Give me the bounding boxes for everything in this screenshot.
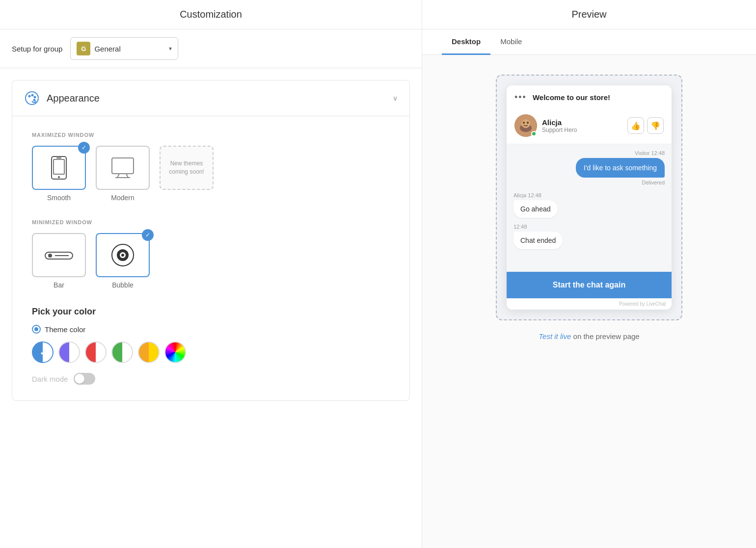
new-themes-option: New themes coming soon! <box>160 146 214 202</box>
svg-line-10 <box>117 174 119 178</box>
bubble-check-badge: ✓ <box>142 229 154 241</box>
group-selector-bar: Setup for group G General ▾ <box>0 29 422 68</box>
visitor-message-group: Visitor 12:48 I'd like to ask something <box>513 150 665 180</box>
thumbs-down-btn[interactable]: 👎 <box>647 117 664 134</box>
chevron-down-icon: ▾ <box>169 45 172 52</box>
thumbs-up-btn[interactable]: 👍 <box>627 117 644 134</box>
modern-icon <box>110 157 135 179</box>
reaction-buttons: 👍 👎 <box>627 117 664 134</box>
group-name-value: General <box>94 45 165 53</box>
svg-point-24 <box>527 122 529 124</box>
smooth-label: Smooth <box>47 194 71 202</box>
start-chat-label: Start the chat again <box>553 281 625 289</box>
theme-color-label: Theme color <box>45 325 85 334</box>
customization-title: Customization <box>180 9 242 20</box>
appearance-card: Appearance ∨ MAXIMIZED WINDOW ✓ <box>12 80 410 401</box>
new-themes-box: New themes coming soon! <box>160 146 214 190</box>
visitor-bubble: I'd like to ask something <box>576 158 665 178</box>
appearance-title: Appearance <box>47 93 100 104</box>
left-content: Appearance ∨ MAXIMIZED WINDOW ✓ <box>0 68 422 548</box>
agent-message-group: Alicja 12:48 Go ahead <box>513 192 665 218</box>
bubble-label: Bubble <box>112 281 134 289</box>
group-label: Setup for group <box>12 45 62 53</box>
svg-rect-6 <box>54 159 64 174</box>
svg-point-4 <box>33 99 36 102</box>
theme-color-radio[interactable] <box>32 325 41 334</box>
svg-rect-8 <box>56 157 61 158</box>
appearance-chevron-icon: ∨ <box>393 94 398 102</box>
preview-tabs: Desktop Mobile <box>422 29 756 55</box>
bar-theme-box[interactable] <box>32 233 86 277</box>
test-live-row: Test it live on the preview page <box>539 332 639 340</box>
svg-point-7 <box>58 176 60 178</box>
bubble-theme-box[interactable]: ✓ <box>96 233 150 277</box>
group-icon-letter: G <box>81 45 86 52</box>
smooth-theme-box[interactable]: ✓ <box>32 146 86 190</box>
modern-theme-box[interactable] <box>96 146 150 190</box>
right-panel-title: Preview <box>422 0 756 29</box>
dark-mode-row: Dark mode <box>32 373 390 385</box>
system-time: 12:48 <box>513 224 665 230</box>
svg-point-22 <box>521 119 530 128</box>
chat-messages: Visitor 12:48 I'd like to ask something … <box>507 144 672 272</box>
svg-rect-9 <box>112 158 134 174</box>
color-section: Pick your color Theme color ✓ <box>32 307 390 385</box>
smooth-theme-option[interactable]: ✓ Smooth <box>32 146 86 202</box>
online-indicator <box>531 131 537 136</box>
swatch-rainbow[interactable] <box>164 341 186 363</box>
dark-mode-label: Dark mode <box>32 375 68 383</box>
welcome-text: Welcome to our store! <box>533 93 610 102</box>
three-dots-icon: ••• <box>514 92 527 103</box>
modern-theme-option[interactable]: Modern <box>96 146 150 202</box>
new-themes-text: New themes coming soon! <box>161 159 213 176</box>
system-message-group: 12:48 Chat ended <box>513 224 665 249</box>
swatch-red[interactable] <box>85 341 107 363</box>
color-option-row: Theme color <box>32 325 390 334</box>
color-swatches: ✓ <box>32 341 390 363</box>
bubble-icon <box>111 243 135 267</box>
svg-point-0 <box>26 92 38 104</box>
dark-mode-toggle[interactable] <box>74 373 95 385</box>
appearance-header-left: Appearance <box>24 90 100 106</box>
svg-point-19 <box>121 254 124 257</box>
swatch-orange[interactable] <box>138 341 160 363</box>
agent-name: Alicja <box>542 118 622 127</box>
agent-details: Alicja Support Hero <box>542 118 622 133</box>
chat-preview-container: ••• Welcome to our store! <box>496 75 682 320</box>
bar-icon <box>44 250 74 260</box>
tab-desktop[interactable]: Desktop <box>442 29 490 55</box>
appearance-header[interactable]: Appearance ∨ <box>12 80 409 116</box>
agent-time1: Alicja 12:48 <box>513 192 665 198</box>
svg-line-11 <box>126 174 128 178</box>
svg-point-3 <box>34 96 36 99</box>
chat-header-bar: ••• Welcome to our store! <box>507 85 672 109</box>
svg-point-2 <box>31 94 34 97</box>
bubble-theme-option[interactable]: ✓ Bubble <box>96 233 150 289</box>
right-panel: Preview Desktop Mobile ••• Welcome to ou… <box>422 0 756 548</box>
toggle-knob <box>75 374 84 384</box>
group-dropdown[interactable]: G General ▾ <box>70 37 178 60</box>
maximized-label: MAXIMIZED WINDOW <box>32 132 390 138</box>
smooth-check-badge: ✓ <box>78 142 90 154</box>
smooth-icon <box>49 156 69 180</box>
radio-inner <box>34 327 38 331</box>
test-live-suffix: on the preview page <box>573 332 640 340</box>
preview-area: ••• Welcome to our store! <box>422 55 756 548</box>
chat-window: ••• Welcome to our store! <box>507 85 672 310</box>
tab-mobile[interactable]: Mobile <box>490 29 532 55</box>
svg-point-1 <box>28 95 31 98</box>
agent-bubble1: Go ahead <box>513 200 558 218</box>
start-chat-btn[interactable]: Start the chat again <box>507 272 672 298</box>
svg-point-14 <box>48 254 52 258</box>
bar-theme-option[interactable]: Bar <box>32 233 86 289</box>
avatar-container <box>514 114 537 137</box>
swatch-blue[interactable]: ✓ <box>32 341 54 363</box>
swatch-purple[interactable] <box>58 341 80 363</box>
agent-info-bar: Alicja Support Hero 👍 👎 <box>507 109 672 144</box>
minimized-theme-options: Bar ✓ <box>32 233 390 289</box>
test-live-link[interactable]: Test it live <box>539 332 571 340</box>
agent-role: Support Hero <box>542 127 622 133</box>
minimized-label: MINIMIZED WINDOW <box>32 219 390 225</box>
swatch-green[interactable] <box>111 341 133 363</box>
visitor-time: Visitor 12:48 <box>513 150 665 156</box>
